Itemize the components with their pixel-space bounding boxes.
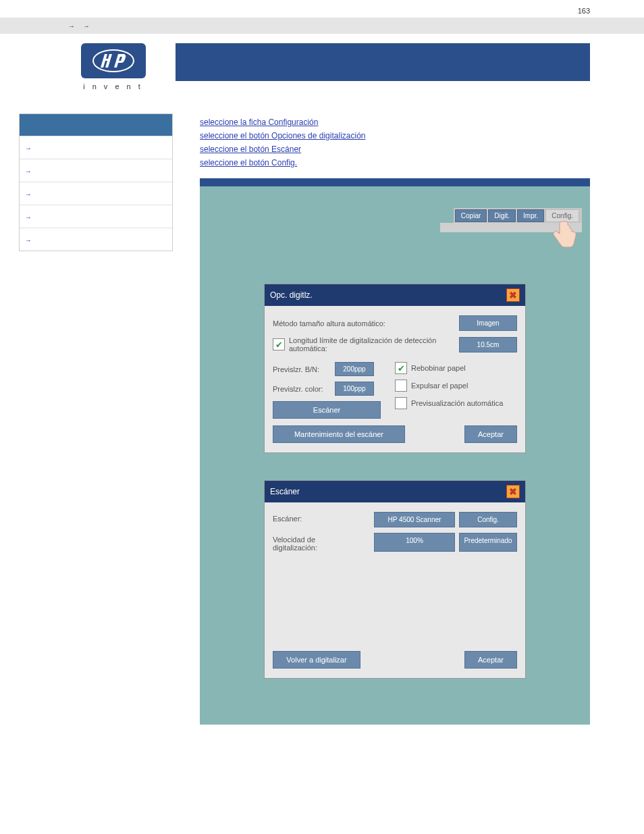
ok-button[interactable]: Aceptar (464, 651, 517, 669)
breadcrumb: → → (0, 18, 644, 34)
auto-height-value-button[interactable]: Imagen (459, 315, 517, 331)
close-button[interactable]: ✖ (506, 288, 520, 302)
preview-bn-value-button[interactable]: 200ppp (335, 362, 374, 376)
close-button[interactable]: ✖ (506, 485, 520, 498)
dialog-title: Escáner (270, 487, 300, 496)
nav-item[interactable]: → (20, 182, 172, 205)
step-link-3[interactable]: seleccione el botón Escáner (200, 145, 301, 154)
page-number: 163 (0, 0, 644, 15)
nav-item[interactable]: → (20, 159, 172, 182)
speed-value-button[interactable]: 100% (374, 533, 455, 552)
rewind-label: Rebobinar papel (411, 364, 466, 372)
arrow-right-icon: → (25, 167, 32, 175)
autopreview-checkbox[interactable] (395, 397, 407, 409)
rewind-checkbox[interactable] (395, 362, 407, 374)
pointing-hand-icon (548, 220, 579, 256)
scanner-dialog: Escáner ✖ Escáner: HP 4500 Scanner Confi… (264, 480, 526, 679)
step-list: seleccione la ficha Configuración selecc… (200, 118, 590, 167)
eject-label: Expulsar el papel (411, 382, 468, 390)
arrow-right-icon: → (25, 145, 32, 152)
scan-options-dialog: Opc. digitlz. ✖ Método tamaño altura aut… (264, 284, 526, 453)
scanner-label: Escáner: (273, 512, 340, 527)
limit-value-button[interactable]: 10.5cm (459, 337, 517, 353)
step-link-1[interactable]: seleccione la ficha Configuración (200, 118, 318, 127)
step-link-2[interactable]: seleccione el botón Opciones de digitali… (200, 131, 366, 140)
limit-label: Longitud límite de digitalización de det… (289, 336, 459, 353)
rescan-button[interactable]: Volver a digitalizar (273, 651, 360, 669)
eject-checkbox[interactable] (395, 380, 407, 392)
chevron-right-icon: → (68, 22, 75, 30)
side-nav-header (20, 114, 172, 136)
dialog-title: Opc. digitlz. (270, 290, 313, 300)
tab-copiar[interactable]: Copiar (455, 209, 487, 222)
step-link-4[interactable]: seleccione el botón Config. (200, 158, 297, 167)
preview-color-label: Previslzr. color: (273, 385, 335, 393)
scanner-button[interactable]: Escáner (273, 401, 381, 419)
preview-color-value-button[interactable]: 100ppp (335, 382, 374, 396)
logo-column: i n v e n t (0, 43, 176, 90)
ok-button[interactable]: Aceptar (464, 425, 517, 443)
scanner-value-button[interactable]: HP 4500 Scanner (374, 512, 455, 527)
chevron-right-icon: → (83, 22, 90, 30)
limit-checkbox[interactable] (273, 338, 285, 350)
section-heading (200, 178, 590, 186)
screenshot-panel: Copiar Digit. Impr. Config. Opc. digitlz… (200, 186, 590, 725)
side-nav: → → → → → (19, 113, 173, 251)
title-bar (176, 43, 590, 81)
close-icon: ✖ (509, 290, 517, 301)
svg-point-0 (93, 50, 134, 72)
nav-item[interactable]: → (20, 228, 172, 251)
config-button[interactable]: Config. (459, 512, 517, 527)
speed-label: Velocidad de digitalización: (273, 533, 340, 552)
hp-logo-icon (81, 43, 146, 78)
autopreview-label: Previsualización automática (411, 399, 503, 407)
auto-height-label: Método tamaño altura automático: (273, 319, 459, 328)
arrow-right-icon: → (25, 213, 32, 221)
tab-impr[interactable]: Impr. (517, 209, 544, 222)
arrow-right-icon: → (25, 236, 32, 244)
default-button[interactable]: Predeterminado (459, 533, 517, 552)
preview-bn-label: Previslzr. B/N: (273, 365, 335, 373)
maintenance-button[interactable]: Mantenimiento del escáner (273, 425, 405, 443)
tab-digit[interactable]: Digit. (488, 209, 516, 222)
nav-item[interactable]: → (20, 136, 172, 159)
close-icon: ✖ (509, 486, 517, 497)
nav-item[interactable]: → (20, 205, 172, 228)
arrow-right-icon: → (25, 190, 32, 198)
logo-tagline: i n v e n t (83, 82, 143, 90)
